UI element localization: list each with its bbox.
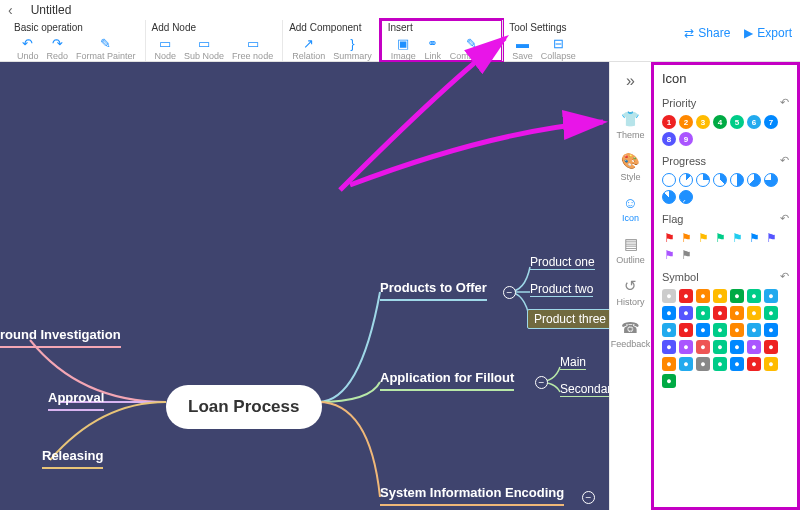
mindmap-canvas[interactable]: Loan Process round Investigation Approva… xyxy=(0,62,609,510)
side-history-button[interactable]: ↺History xyxy=(616,277,644,307)
node-left-0[interactable]: round Investigation xyxy=(0,327,121,348)
priority-1[interactable]: 1 xyxy=(662,115,676,129)
symbol-4[interactable]: ● xyxy=(730,289,744,303)
symbol-27[interactable]: ● xyxy=(764,340,778,354)
side-style-button[interactable]: 🎨Style xyxy=(620,152,640,182)
symbol-12[interactable]: ● xyxy=(747,306,761,320)
progress-4[interactable] xyxy=(730,173,744,187)
undo-icon[interactable]: ↶ xyxy=(780,270,789,283)
progress-1[interactable] xyxy=(679,173,693,187)
priority-3[interactable]: 3 xyxy=(696,115,710,129)
priority-8[interactable]: 8 xyxy=(662,132,676,146)
collapse-button[interactable]: ⊟Collapse xyxy=(538,35,579,61)
symbol-16[interactable]: ● xyxy=(696,323,710,337)
symbol-30[interactable]: ● xyxy=(696,357,710,371)
progress-8[interactable]: ✓ xyxy=(679,190,693,204)
side-outline-button[interactable]: ▤Outline xyxy=(616,235,645,265)
node-left-1[interactable]: Approval xyxy=(48,390,104,411)
leaf[interactable]: Main xyxy=(560,355,586,370)
flag-2[interactable]: ⚑ xyxy=(696,231,710,245)
symbol-25[interactable]: ● xyxy=(730,340,744,354)
progress-5[interactable] xyxy=(747,173,761,187)
free-node-button[interactable]: ▭Free node xyxy=(229,35,276,61)
flag-7[interactable]: ⚑ xyxy=(662,248,676,262)
flag-5[interactable]: ⚑ xyxy=(747,231,761,245)
symbol-1[interactable]: ● xyxy=(679,289,693,303)
priority-5[interactable]: 5 xyxy=(730,115,744,129)
link-button[interactable]: ⚭Link xyxy=(421,35,445,61)
priority-4[interactable]: 4 xyxy=(713,115,727,129)
symbol-34[interactable]: ● xyxy=(764,357,778,371)
side-icon-button[interactable]: ☺Icon xyxy=(622,194,639,223)
undo-button[interactable]: ↶Undo xyxy=(14,35,42,61)
symbol-3[interactable]: ● xyxy=(713,289,727,303)
doc-title[interactable]: Untitled xyxy=(31,3,72,17)
progress-6[interactable] xyxy=(764,173,778,187)
node-right-2[interactable]: System Information Encoding xyxy=(380,485,564,506)
side-theme-button[interactable]: 👕Theme xyxy=(616,110,644,140)
symbol-32[interactable]: ● xyxy=(730,357,744,371)
center-node[interactable]: Loan Process xyxy=(166,385,322,429)
collapse-icon[interactable]: − xyxy=(503,286,516,299)
sub-node-button[interactable]: ▭Sub Node xyxy=(181,35,227,61)
symbol-13[interactable]: ● xyxy=(764,306,778,320)
symbol-18[interactable]: ● xyxy=(730,323,744,337)
image-button[interactable]: ▣Image xyxy=(388,35,419,61)
relation-button[interactable]: ↗Relation xyxy=(289,35,328,61)
back-button[interactable]: ‹ xyxy=(8,2,13,18)
collapse-panel-button[interactable]: » xyxy=(626,72,635,90)
progress-0[interactable] xyxy=(662,173,676,187)
flag-1[interactable]: ⚑ xyxy=(679,231,693,245)
flag-8[interactable]: ⚑ xyxy=(679,248,693,262)
symbol-20[interactable]: ● xyxy=(764,323,778,337)
flag-6[interactable]: ⚑ xyxy=(764,231,778,245)
node-right-0[interactable]: Products to Offer xyxy=(380,280,487,301)
progress-2[interactable] xyxy=(696,173,710,187)
symbol-8[interactable]: ● xyxy=(679,306,693,320)
node-right-1[interactable]: Application for Fillout xyxy=(380,370,514,391)
format-painter-button[interactable]: ✎Format Painter xyxy=(73,35,139,61)
symbol-5[interactable]: ● xyxy=(747,289,761,303)
node-button[interactable]: ▭Node xyxy=(152,35,180,61)
summary-button[interactable]: }Summary xyxy=(330,35,375,61)
symbol-2[interactable]: ● xyxy=(696,289,710,303)
symbol-22[interactable]: ● xyxy=(679,340,693,354)
symbol-19[interactable]: ● xyxy=(747,323,761,337)
leaf[interactable]: Secondary xyxy=(560,382,609,397)
redo-button[interactable]: ↷Redo xyxy=(44,35,72,61)
leaf[interactable]: Product one xyxy=(530,255,595,270)
progress-3[interactable] xyxy=(713,173,727,187)
symbol-15[interactable]: ● xyxy=(679,323,693,337)
save-button[interactable]: ▬Save xyxy=(509,35,536,61)
priority-7[interactable]: 7 xyxy=(764,115,778,129)
symbol-6[interactable]: ● xyxy=(764,289,778,303)
undo-icon[interactable]: ↶ xyxy=(780,96,789,109)
symbol-24[interactable]: ● xyxy=(713,340,727,354)
symbol-11[interactable]: ● xyxy=(730,306,744,320)
priority-9[interactable]: 9 xyxy=(679,132,693,146)
symbol-17[interactable]: ● xyxy=(713,323,727,337)
priority-2[interactable]: 2 xyxy=(679,115,693,129)
symbol-0[interactable]: ● xyxy=(662,289,676,303)
symbol-31[interactable]: ● xyxy=(713,357,727,371)
undo-icon[interactable]: ↶ xyxy=(780,212,789,225)
symbol-10[interactable]: ● xyxy=(713,306,727,320)
side-feedback-button[interactable]: ☎Feedback xyxy=(611,319,651,349)
symbol-29[interactable]: ● xyxy=(679,357,693,371)
priority-6[interactable]: 6 xyxy=(747,115,761,129)
symbol-14[interactable]: ● xyxy=(662,323,676,337)
node-left-2[interactable]: Releasing xyxy=(42,448,103,469)
symbol-21[interactable]: ● xyxy=(662,340,676,354)
symbol-35[interactable]: ● xyxy=(662,374,676,388)
share-button[interactable]: ⇄Share xyxy=(684,26,730,40)
flag-0[interactable]: ⚑ xyxy=(662,231,676,245)
symbol-23[interactable]: ● xyxy=(696,340,710,354)
flag-4[interactable]: ⚑ xyxy=(730,231,744,245)
comments-button[interactable]: ✎Comments xyxy=(447,35,497,61)
leaf-selected[interactable]: Product three xyxy=(527,309,609,329)
symbol-7[interactable]: ● xyxy=(662,306,676,320)
collapse-icon[interactable]: − xyxy=(582,491,595,504)
progress-7[interactable] xyxy=(662,190,676,204)
collapse-icon[interactable]: − xyxy=(535,376,548,389)
export-button[interactable]: ▶Export xyxy=(744,26,792,40)
